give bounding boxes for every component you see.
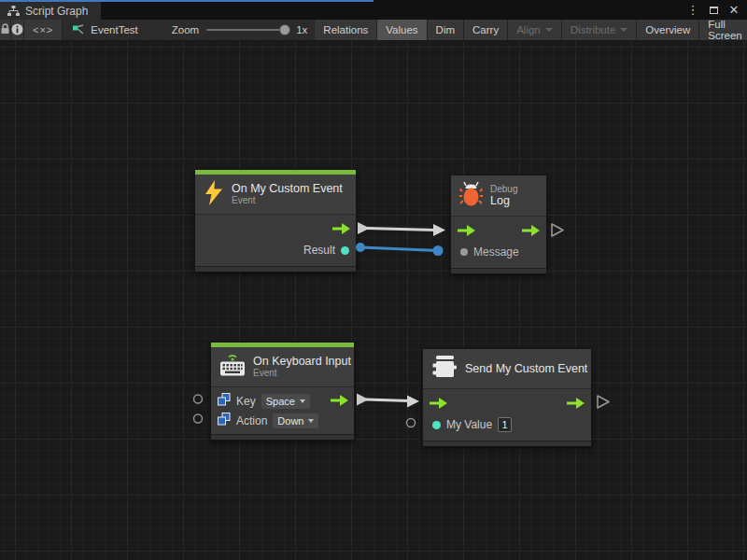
code-icon: <×> (33, 24, 53, 35)
window-menu-icon[interactable]: ⋮ (685, 3, 700, 18)
chevron-down-icon (308, 419, 314, 423)
bug-icon (459, 181, 483, 211)
flow-output-port[interactable] (332, 221, 350, 238)
tab-script-graph[interactable]: Script Graph (0, 2, 101, 20)
flow-input-port[interactable] (430, 396, 447, 413)
flow-wire-keyboard-to-send[interactable] (357, 394, 419, 408)
flow-output-port[interactable] (331, 393, 348, 410)
graph-asset-icon (72, 23, 85, 37)
close-icon[interactable]: ✕ (726, 3, 741, 18)
node-send-my-custom-event[interactable]: Send My Custom Event My Value (422, 348, 592, 447)
unconnected-port-my-value[interactable] (407, 419, 416, 427)
toolbar-button-dim[interactable]: Dim (428, 20, 464, 40)
keyboard-icon (219, 352, 246, 382)
chevron-down-icon (300, 399, 305, 403)
port-label-action: Action (236, 414, 267, 427)
action-dropdown[interactable]: Down (273, 413, 318, 428)
node-on-keyboard-input[interactable]: On Keyboard Input Event Key Space (210, 342, 355, 441)
unconnected-flow-out-log[interactable] (552, 224, 563, 236)
value-input-port[interactable] (432, 421, 441, 429)
lock-icon (0, 23, 10, 36)
flow-output-port[interactable] (567, 396, 585, 413)
toolbar-button-values[interactable]: Values (377, 20, 427, 40)
port-label-my-value: My Value (446, 418, 492, 431)
toolbar-button-overview[interactable]: Overview (637, 20, 699, 40)
node-debug-log[interactable]: Debug Log Message (450, 175, 547, 274)
port-label-result: Result (303, 244, 335, 257)
enum-type-icon (218, 413, 231, 429)
node-subtitle: Event (232, 195, 343, 206)
tab-title: Script Graph (25, 5, 88, 18)
node-footer (451, 268, 546, 273)
node-title: On Keyboard Input (253, 355, 351, 368)
zoom-value: 1x (296, 24, 307, 35)
inspect-button[interactable] (11, 20, 24, 40)
node-title: On My Custom Event (232, 182, 343, 195)
chevron-down-icon (620, 28, 627, 32)
value-wire-result-to-message[interactable] (356, 243, 444, 256)
graph-breadcrumb[interactable]: EventTest (63, 20, 148, 40)
node-title: Send My Custom Event (465, 362, 587, 375)
zoom-slider-handle[interactable] (279, 24, 290, 35)
toolbar-button-distribute[interactable]: Distribute (562, 20, 638, 40)
focused-panel-indicator (0, 0, 374, 2)
node-title-small: Debug (490, 184, 517, 195)
unconnected-port-key[interactable] (194, 395, 203, 403)
info-icon (11, 23, 23, 37)
port-label-message: Message (473, 245, 519, 259)
edit-source-button[interactable]: <×> (24, 20, 63, 40)
flow-output-port[interactable] (522, 223, 540, 240)
flow-wire-custom-event-to-log[interactable] (358, 222, 445, 236)
unconnected-flow-out-send[interactable] (598, 396, 609, 408)
zoom-control: Zoom 1x (164, 20, 316, 40)
script-graph-window: Script Graph ⋮ ✕ (0, 0, 747, 560)
value-output-port[interactable] (341, 246, 349, 255)
graph-toolbar: <×> EventTest Zoom 1x Relations Values D… (0, 20, 747, 41)
toolbar-button-fullscreen[interactable]: Full Screen (699, 20, 747, 40)
toolbar-button-carry[interactable]: Carry (464, 20, 508, 40)
flow-input-port[interactable] (458, 223, 475, 240)
key-dropdown[interactable]: Space (261, 394, 310, 409)
unconnected-port-action[interactable] (194, 414, 203, 423)
toolbar-button-align[interactable]: Align (508, 20, 562, 40)
event-machine-icon (431, 354, 458, 384)
value-input-port[interactable] (460, 248, 468, 256)
graph-name: EventTest (91, 24, 138, 35)
node-on-my-custom-event[interactable]: On My Custom Event Event Result (194, 169, 357, 273)
maximize-icon[interactable] (706, 3, 721, 18)
my-value-input[interactable] (498, 417, 512, 432)
toolbar-button-relations[interactable]: Relations (315, 20, 377, 40)
enum-type-icon (218, 393, 231, 410)
node-footer (423, 441, 591, 446)
node-subtitle: Event (253, 368, 351, 379)
lock-button[interactable] (0, 20, 11, 40)
zoom-label: Zoom (172, 24, 199, 35)
zoom-slider[interactable] (206, 29, 289, 31)
title-bar: Script Graph ⋮ ✕ (0, 0, 747, 20)
node-footer (195, 266, 356, 272)
chevron-down-icon (545, 28, 553, 32)
port-label-key: Key (236, 395, 256, 408)
lightning-bolt-icon (204, 180, 224, 209)
window-controls: ⋮ ✕ (685, 0, 747, 20)
graph-hierarchy-icon (7, 6, 20, 16)
graph-canvas[interactable]: On My Custom Event Event Result (0, 41, 747, 560)
node-title: Log (490, 194, 517, 207)
node-footer (211, 434, 354, 440)
